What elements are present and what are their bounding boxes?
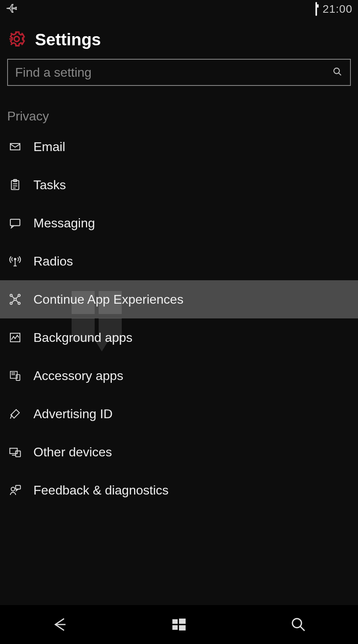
svg-point-35 <box>292 619 302 628</box>
svg-line-17 <box>16 296 18 299</box>
status-bar: 21:00 <box>0 0 358 18</box>
svg-line-36 <box>300 627 305 631</box>
list-item-advertising-id[interactable]: Advertising ID <box>0 395 358 433</box>
start-button[interactable] <box>139 611 219 638</box>
svg-rect-22 <box>16 374 20 380</box>
search-icon <box>332 66 343 79</box>
list-item-radios[interactable]: Radios <box>0 242 358 280</box>
svg-line-16 <box>12 296 14 299</box>
page-title: Settings <box>35 30 101 49</box>
svg-line-19 <box>16 300 18 303</box>
svg-rect-29 <box>16 485 20 489</box>
gear-icon <box>7 29 26 50</box>
svg-point-15 <box>18 302 20 304</box>
svg-point-14 <box>10 302 12 304</box>
list-item-background-apps[interactable]: Background apps <box>0 318 358 357</box>
list-item-label: Other devices <box>33 445 112 460</box>
list-item-continue-app-experiences[interactable]: Continue App Experiences <box>0 280 358 318</box>
list-item-feedback-diagnostics[interactable]: Feedback & diagnostics <box>0 471 358 509</box>
feedback-icon <box>8 483 22 497</box>
tasks-icon <box>8 178 22 192</box>
list-item-label: Feedback & diagnostics <box>33 483 169 498</box>
svg-point-1 <box>334 68 339 74</box>
svg-point-12 <box>10 294 12 296</box>
radios-icon <box>8 254 22 268</box>
list-item-other-devices[interactable]: Other devices <box>0 433 358 471</box>
svg-rect-34 <box>179 625 186 630</box>
svg-point-28 <box>11 487 15 491</box>
search-input[interactable] <box>15 65 332 80</box>
search-button[interactable] <box>259 611 338 638</box>
list-item-messaging[interactable]: Messaging <box>0 204 358 242</box>
list-item-email[interactable]: Email <box>0 128 358 166</box>
svg-line-18 <box>12 300 14 303</box>
svg-rect-32 <box>179 619 186 624</box>
list-item-label: Tasks <box>33 178 66 192</box>
background-apps-icon <box>8 330 22 345</box>
search-box[interactable] <box>7 59 351 86</box>
svg-rect-3 <box>10 144 20 150</box>
email-icon <box>8 140 22 154</box>
section-label: Privacy <box>0 96 358 128</box>
accessory-apps-icon <box>8 369 22 383</box>
watermark-icon <box>72 291 123 355</box>
list-item-label: Accessory apps <box>33 369 123 383</box>
svg-point-13 <box>18 294 20 296</box>
svg-point-10 <box>14 258 16 260</box>
airplane-mode-icon <box>6 2 18 16</box>
clock: 21:00 <box>323 3 352 16</box>
list-item-label: Email <box>33 140 65 154</box>
nav-bar <box>0 605 358 644</box>
svg-rect-33 <box>172 625 177 630</box>
page-header: Settings <box>0 18 358 57</box>
list-item-label: Messaging <box>33 216 95 231</box>
list-item-accessory-apps[interactable]: Accessory apps <box>0 357 358 395</box>
svg-line-2 <box>339 73 341 76</box>
svg-rect-9 <box>10 219 20 226</box>
back-button[interactable] <box>20 611 99 638</box>
settings-list: EmailTasksMessagingRadiosContinue App Ex… <box>0 128 358 605</box>
svg-point-0 <box>14 37 19 42</box>
continue-app-icon <box>8 292 22 306</box>
other-devices-icon <box>8 445 22 459</box>
settings-screen: 21:00 Settings Privacy <box>0 0 358 644</box>
list-item-label: Advertising ID <box>33 407 113 421</box>
list-item-tasks[interactable]: Tasks <box>0 166 358 204</box>
battery-icon <box>315 3 317 16</box>
advertising-id-icon <box>8 407 22 421</box>
svg-rect-31 <box>172 619 177 624</box>
list-item-label: Radios <box>33 254 73 269</box>
messaging-icon <box>8 216 22 230</box>
